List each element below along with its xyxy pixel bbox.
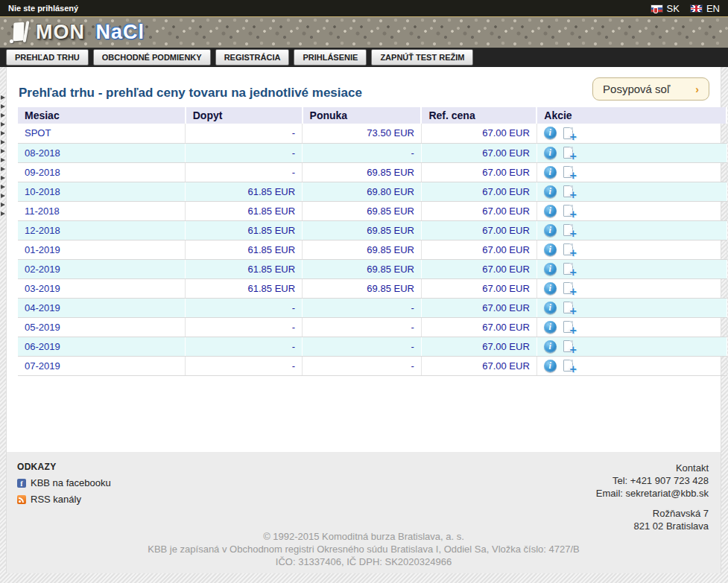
contact-heading: Kontakt [596, 462, 709, 474]
ponuka-cell: - [303, 298, 422, 317]
copyright-line-2: KBB je zapísaná v Obchodnom registri Okr… [7, 543, 721, 555]
logo-brand-text: MON [36, 21, 85, 43]
column-header-dopyt: Dopyt [186, 107, 303, 124]
info-icon[interactable] [544, 166, 557, 179]
language-en-label: EN [706, 3, 720, 14]
language-sk[interactable]: SK [651, 3, 680, 14]
facebook-link-label: KBB na facebooku [31, 477, 111, 488]
month-cell: SPOT [18, 124, 186, 143]
add-order-icon[interactable] [563, 166, 573, 178]
dopyt-cell: 61.85 EUR [186, 278, 303, 298]
table-row: 09-2018 - 69.85 EUR 67.00 EUR [18, 162, 727, 182]
ponuka-cell: 73.50 EUR [303, 124, 422, 143]
add-order-icon[interactable] [563, 224, 573, 236]
dopyt-cell: 61.85 EUR [186, 182, 303, 201]
ref-cena-cell: 67.00 EUR [421, 201, 536, 220]
info-icon[interactable] [544, 127, 557, 139]
dopyt-cell: 61.85 EUR [186, 201, 303, 220]
month-cell: 01-2019 [18, 240, 186, 259]
nav-item-zapnut-test-rezim[interactable]: ZAPNÚŤ TEST REŽIM [371, 49, 473, 66]
month-cell: 10-2018 [18, 182, 186, 201]
dopyt-cell: - [186, 337, 303, 356]
add-order-icon[interactable] [563, 243, 573, 255]
ponuka-cell: - [303, 356, 422, 375]
chevron-right-icon: › [695, 83, 699, 95]
month-cell: 07-2019 [18, 356, 186, 375]
month-cell: 06-2019 [18, 337, 186, 356]
ponuka-cell: 69.80 EUR [303, 182, 422, 201]
month-cell: 12-2018 [18, 220, 186, 240]
dopyt-cell: - [186, 143, 303, 162]
info-icon[interactable] [544, 360, 557, 372]
nav-item-obchodne-podmienky[interactable]: OBCHODNÉ PODMIENKY [93, 49, 211, 66]
info-icon[interactable] [544, 340, 557, 353]
info-icon[interactable] [544, 321, 557, 334]
dopyt-cell: 61.85 EUR [186, 240, 303, 259]
table-row: SPOT - 73.50 EUR 67.00 EUR [18, 124, 727, 143]
actions-cell [536, 201, 727, 220]
dopyt-cell: 61.85 EUR [186, 220, 303, 240]
ponuka-cell: - [303, 143, 422, 162]
ref-cena-cell: 67.00 EUR [421, 298, 536, 317]
add-order-icon[interactable] [563, 185, 573, 197]
nav-item-registracia[interactable]: REGISTRÁCIA [215, 49, 290, 66]
add-order-icon[interactable] [563, 205, 573, 217]
add-order-icon[interactable] [563, 147, 573, 159]
nav-item-prihlasenie[interactable]: PRIHLÁSENIE [294, 49, 367, 66]
add-order-icon[interactable] [563, 282, 573, 294]
rss-link-label: RSS kanály [31, 494, 81, 505]
actions-cell [536, 182, 727, 201]
copyright-line-3: IČO: 31337406, IČ DPH: SK2020324966 [7, 555, 721, 568]
logo-banner: MON NaCl [0, 16, 728, 48]
table-row: 07-2019 - - 67.00 EUR [18, 356, 727, 375]
rss-link[interactable]: RSS kanály [17, 494, 111, 505]
table-row: 04-2019 - - 67.00 EUR [18, 298, 727, 317]
table-row: 10-2018 61.85 EUR 69.80 EUR 67.00 EUR [18, 182, 727, 201]
market-price-table: Mesiac Dopyt Ponuka Ref. cena Akcie SPOT… [18, 107, 727, 376]
month-cell: 05-2019 [18, 317, 186, 337]
footer-links-section: ODKAZY KBB na facebooku RSS kanály [17, 462, 111, 505]
main-content: Prehľad trhu - prehľad ceny tovaru na je… [7, 67, 721, 452]
info-icon[interactable] [544, 263, 557, 275]
links-heading: ODKAZY [17, 462, 111, 472]
actions-cell [536, 298, 727, 317]
rss-icon [17, 495, 26, 504]
info-icon[interactable] [544, 205, 557, 217]
facebook-link[interactable]: KBB na facebooku [17, 477, 111, 488]
info-icon[interactable] [544, 185, 557, 198]
ref-cena-cell: 67.00 EUR [421, 278, 536, 298]
product-selector-label: Posypová soľ [603, 83, 670, 95]
add-order-icon[interactable] [563, 340, 573, 352]
info-icon[interactable] [544, 282, 557, 295]
page-wrapper: Prehľad trhu - prehľad ceny tovaru na je… [6, 67, 721, 573]
add-order-icon[interactable] [563, 360, 573, 372]
site-logo[interactable]: MON NaCl [36, 21, 145, 44]
add-order-icon[interactable] [563, 127, 573, 139]
product-selector-button[interactable]: Posypová soľ › [592, 77, 709, 101]
actions-cell [536, 143, 727, 162]
info-icon[interactable] [544, 224, 557, 237]
actions-cell [536, 278, 727, 298]
nav-item-prehlad-trhu[interactable]: PREHĽAD TRHU [6, 49, 89, 66]
month-cell: 08-2018 [18, 143, 186, 162]
ref-cena-cell: 67.00 EUR [421, 337, 536, 356]
info-icon[interactable] [544, 147, 557, 159]
ref-cena-cell: 67.00 EUR [421, 182, 536, 201]
ref-cena-cell: 67.00 EUR [421, 124, 536, 143]
language-en[interactable]: EN [690, 3, 720, 14]
ponuka-cell: 69.85 EUR [303, 259, 422, 278]
column-header-akcie: Akcie [536, 107, 727, 124]
ref-cena-cell: 67.00 EUR [421, 162, 536, 182]
add-order-icon[interactable] [563, 302, 573, 313]
column-header-mesiac: Mesiac [18, 107, 186, 124]
table-row: 06-2019 - - 67.00 EUR [18, 337, 727, 356]
info-icon[interactable] [544, 243, 557, 256]
actions-cell [536, 240, 727, 259]
actions-cell [536, 259, 727, 278]
add-order-icon[interactable] [563, 263, 573, 275]
footer-contact-section: Kontakt Tel: +421 907 723 428 Email: sek… [596, 462, 709, 532]
info-icon[interactable] [544, 302, 557, 314]
add-order-icon[interactable] [563, 321, 573, 333]
table-row: 02-2019 61.85 EUR 69.85 EUR 67.00 EUR [18, 259, 727, 278]
actions-cell [536, 337, 727, 356]
